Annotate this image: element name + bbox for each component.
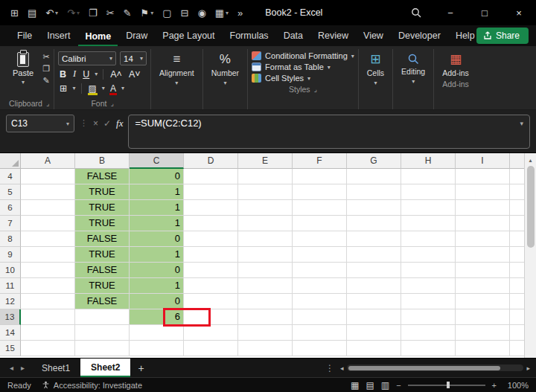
- cell-E11[interactable]: [238, 278, 293, 294]
- cell-I9[interactable]: [456, 247, 510, 263]
- cell-G6[interactable]: [347, 200, 401, 216]
- cell-I11[interactable]: [456, 278, 510, 294]
- cell-A13[interactable]: [21, 309, 75, 325]
- confirm-entry-icon[interactable]: ✓: [103, 115, 111, 129]
- cell-B10[interactable]: FALSE: [75, 263, 130, 278]
- cell-G14[interactable]: [347, 325, 401, 341]
- cell-F5[interactable]: [293, 184, 347, 200]
- cell-G4[interactable]: [347, 169, 401, 184]
- cell-A10[interactable]: [21, 263, 75, 278]
- cell-C7[interactable]: 1: [130, 216, 184, 231]
- select-all-corner[interactable]: [0, 153, 21, 169]
- menu-tab-view[interactable]: View: [357, 26, 390, 46]
- cell-H10[interactable]: [401, 263, 456, 278]
- menu-tab-data[interactable]: Data: [277, 26, 310, 46]
- cell-G15[interactable]: [347, 341, 401, 356]
- chevron-down-icon[interactable]: ▾: [102, 85, 105, 91]
- cut-button[interactable]: ✂: [42, 52, 50, 62]
- row-header-4[interactable]: 4: [0, 169, 21, 184]
- chevron-down-icon[interactable]: ▾: [95, 71, 98, 77]
- row-header-9[interactable]: 9: [0, 247, 21, 263]
- qat-format-painter-button[interactable]: ✎: [121, 6, 135, 20]
- qat-insert-table-button[interactable]: ▦▾: [212, 6, 232, 20]
- cell-E9[interactable]: [238, 247, 293, 263]
- qat-undo-button[interactable]: ↶▾: [42, 6, 61, 20]
- dialog-launcher-icon[interactable]: ⌟: [110, 100, 113, 107]
- share-button[interactable]: Share: [476, 28, 529, 44]
- cell-F11[interactable]: [293, 278, 347, 294]
- addins-button[interactable]: ▦ Add-ins: [438, 49, 473, 77]
- cell-styles-button[interactable]: Cell Styles ▾: [252, 74, 354, 83]
- row-header-13[interactable]: 13: [0, 309, 21, 325]
- sheet-options-icon[interactable]: ⋮: [319, 363, 340, 373]
- formula-input[interactable]: =SUM(C2:C12) ▾: [128, 115, 530, 149]
- cancel-entry-icon[interactable]: ×: [93, 115, 98, 129]
- cell-A9[interactable]: [21, 247, 75, 263]
- cell-G8[interactable]: [347, 231, 401, 247]
- cell-H5[interactable]: [401, 184, 456, 200]
- menu-tab-developer[interactable]: Developer: [392, 26, 447, 46]
- menu-tab-draw[interactable]: Draw: [119, 26, 154, 46]
- row-header-6[interactable]: 6: [0, 200, 21, 216]
- cell-E5[interactable]: [238, 184, 293, 200]
- cell-B14[interactable]: [75, 325, 130, 341]
- cell-B8[interactable]: FALSE: [75, 231, 130, 247]
- cell-D13[interactable]: [184, 309, 238, 325]
- cell-E15[interactable]: [238, 341, 293, 356]
- cell-E14[interactable]: [238, 325, 293, 341]
- cell-D7[interactable]: [184, 216, 238, 231]
- sheet-tab-sheet1[interactable]: Sheet1: [31, 359, 80, 377]
- insert-function-icon[interactable]: fx: [116, 115, 123, 129]
- column-header-A[interactable]: A: [21, 153, 75, 169]
- column-header-F[interactable]: F: [293, 153, 347, 169]
- cell-I13[interactable]: [456, 309, 510, 325]
- underline-button[interactable]: U: [81, 69, 91, 80]
- horizontal-scroll-thumb[interactable]: [348, 366, 501, 370]
- cell-F4[interactable]: [293, 169, 347, 184]
- cell-C6[interactable]: 1: [130, 200, 184, 216]
- cell-G5[interactable]: [347, 184, 401, 200]
- cell-I6[interactable]: [456, 200, 510, 216]
- italic-button[interactable]: I: [71, 68, 77, 80]
- cell-D4[interactable]: [184, 169, 238, 184]
- cell-B11[interactable]: TRUE: [75, 278, 130, 294]
- cell-D9[interactable]: [184, 247, 238, 263]
- editing-button[interactable]: Editing ▾: [397, 49, 430, 85]
- cell-F14[interactable]: [293, 325, 347, 341]
- search-button[interactable]: [399, 0, 433, 25]
- cell-I10[interactable]: [456, 263, 510, 278]
- bold-button[interactable]: B: [58, 69, 68, 80]
- chevron-down-icon[interactable]: ▾: [121, 85, 124, 91]
- cell-F6[interactable]: [293, 200, 347, 216]
- sheet-tab-sheet2[interactable]: Sheet2: [80, 359, 130, 377]
- cell-C12[interactable]: 0: [130, 294, 184, 309]
- row-header-7[interactable]: 7: [0, 216, 21, 231]
- cell-I5[interactable]: [456, 184, 510, 200]
- zoom-slider-thumb[interactable]: [447, 382, 450, 388]
- cell-E12[interactable]: [238, 294, 293, 309]
- cell-H13[interactable]: [401, 309, 456, 325]
- cell-H15[interactable]: [401, 341, 456, 356]
- cell-A12[interactable]: [21, 294, 75, 309]
- cell-F13[interactable]: [293, 309, 347, 325]
- increase-font-button[interactable]: A˄: [109, 69, 124, 80]
- number-button[interactable]: % Number ▾: [207, 49, 243, 86]
- qat-app-menu-button[interactable]: ⊞: [7, 6, 22, 20]
- cell-C15[interactable]: [130, 341, 184, 356]
- row-header-5[interactable]: 5: [0, 184, 21, 200]
- add-sheet-button[interactable]: +: [130, 362, 151, 374]
- zoom-out-button[interactable]: −: [396, 381, 401, 390]
- chevron-down-icon[interactable]: ▾: [150, 10, 153, 16]
- row-header-14[interactable]: 14: [0, 325, 21, 341]
- font-name-select[interactable]: Calibri▾: [58, 51, 116, 65]
- cell-B7[interactable]: TRUE: [75, 216, 130, 231]
- cell-G13[interactable]: [347, 309, 401, 325]
- menu-tab-insert[interactable]: Insert: [40, 26, 77, 46]
- page-layout-view-icon[interactable]: ▤: [366, 380, 374, 391]
- vertical-scroll-thumb[interactable]: [527, 166, 535, 248]
- qat-qat-overflow-button[interactable]: »: [234, 6, 246, 20]
- cell-H4[interactable]: [401, 169, 456, 184]
- cell-H8[interactable]: [401, 231, 456, 247]
- fill-color-button[interactable]: ▨: [87, 83, 98, 94]
- sheet-nav-left-icon[interactable]: ◂: [6, 364, 17, 372]
